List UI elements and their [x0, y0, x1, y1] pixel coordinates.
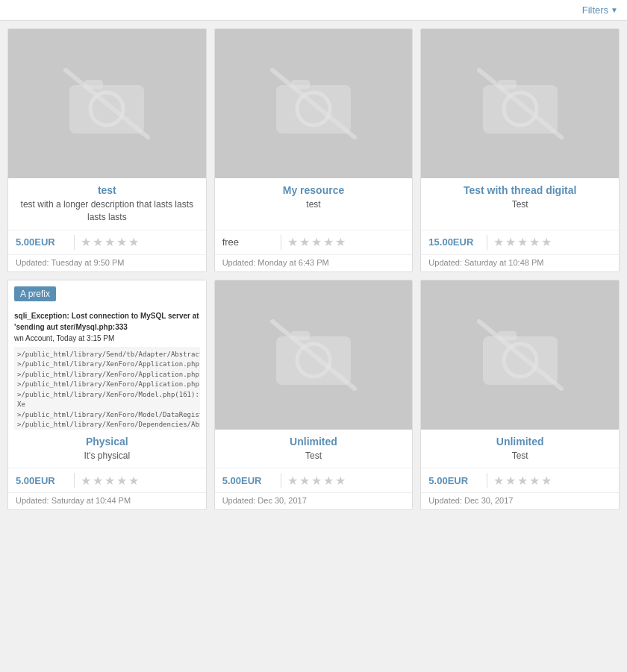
rating-stars[interactable]: ★★★★★	[493, 474, 552, 488]
filters-arrow: ▼	[611, 6, 618, 14]
card-body: PhysicalIt's physical	[8, 430, 206, 468]
card-thumbnail	[421, 280, 619, 430]
star-5[interactable]: ★	[335, 474, 346, 488]
star-3[interactable]: ★	[311, 235, 322, 249]
resource-card[interactable]: UnlimitedTest5.00EUR★★★★★Updated: Dec 30…	[214, 280, 414, 511]
card-body: testtest with a longer description that …	[8, 178, 206, 230]
card-thumbnail	[215, 29, 413, 178]
resource-card[interactable]: A prefixsqli_Exception: Lost connection …	[7, 280, 207, 511]
card-description: Test	[428, 450, 611, 462]
star-1[interactable]: ★	[287, 474, 298, 488]
star-1[interactable]: ★	[287, 235, 298, 249]
star-5[interactable]: ★	[128, 235, 139, 249]
screenshot-content: sqli_Exception: Lost connection to MySQL…	[8, 307, 206, 430]
card-price: 5.00EUR	[222, 475, 275, 486]
card-updated: Updated: Dec 30, 2017	[215, 492, 413, 509]
star-3[interactable]: ★	[517, 235, 528, 249]
resource-grid: testtest with a longer description that …	[0, 21, 627, 518]
card-description: test	[222, 198, 405, 211]
star-3[interactable]: ★	[517, 474, 528, 488]
star-2[interactable]: ★	[505, 235, 516, 249]
card-meta: 5.00EUR★★★★★	[215, 468, 413, 492]
star-2[interactable]: ★	[299, 474, 310, 488]
resource-card[interactable]: My resourcetestfree★★★★★Updated: Monday …	[214, 28, 414, 272]
resource-card[interactable]: testtest with a longer description that …	[7, 28, 207, 272]
card-body: My resourcetest	[215, 178, 413, 230]
no-image-icon	[475, 66, 565, 141]
card-price: 5.00EUR	[16, 236, 68, 248]
star-4[interactable]: ★	[529, 235, 540, 249]
card-updated: Updated: Dec 30, 2017	[421, 492, 619, 509]
divider	[74, 235, 75, 250]
divider	[74, 473, 75, 488]
card-title[interactable]: test	[16, 184, 199, 196]
star-2[interactable]: ★	[299, 235, 310, 249]
rating-stars[interactable]: ★★★★★	[287, 235, 346, 249]
card-price: 15.00EUR	[428, 236, 481, 248]
star-1[interactable]: ★	[493, 235, 504, 249]
star-4[interactable]: ★	[116, 474, 127, 488]
card-price: 5.00EUR	[428, 475, 481, 486]
divider	[281, 473, 281, 488]
star-3[interactable]: ★	[104, 474, 115, 488]
star-1[interactable]: ★	[493, 474, 504, 488]
star-3[interactable]: ★	[311, 474, 322, 488]
card-thumbnail	[421, 29, 619, 178]
rating-stars[interactable]: ★★★★★	[81, 474, 139, 488]
filters-button[interactable]: Filters ▼	[582, 4, 618, 16]
card-body: Test with thread digitalTest	[421, 178, 619, 230]
card-description: It's physical	[16, 450, 199, 462]
star-4[interactable]: ★	[323, 474, 334, 488]
card-title[interactable]: Unlimited	[428, 436, 611, 448]
star-3[interactable]: ★	[104, 235, 115, 249]
resource-card[interactable]: UnlimitedTest5.00EUR★★★★★Updated: Dec 30…	[420, 280, 620, 511]
divider	[281, 235, 281, 250]
card-thumbnail	[215, 280, 413, 430]
star-2[interactable]: ★	[93, 474, 103, 488]
star-2[interactable]: ★	[93, 235, 103, 249]
star-4[interactable]: ★	[529, 474, 540, 488]
card-thumbnail	[8, 29, 206, 178]
card-meta: 5.00EUR★★★★★	[8, 468, 206, 492]
filters-label: Filters	[582, 4, 608, 16]
card-title[interactable]: Physical	[16, 436, 199, 448]
star-5[interactable]: ★	[541, 474, 552, 488]
card-updated: Updated: Monday at 6:43 PM	[215, 254, 413, 271]
star-4[interactable]: ★	[116, 235, 127, 249]
card-meta: free★★★★★	[215, 230, 413, 254]
star-2[interactable]: ★	[505, 474, 516, 488]
card-updated: Updated: Saturday at 10:48 PM	[421, 254, 619, 271]
star-5[interactable]: ★	[128, 474, 139, 488]
card-thumbnail-screenshot: A prefixsqli_Exception: Lost connection …	[8, 280, 206, 430]
card-title[interactable]: Test with thread digital	[428, 184, 611, 196]
card-body: UnlimitedTest	[215, 430, 413, 468]
card-updated: Updated: Saturday at 10:44 PM	[8, 492, 206, 509]
rating-stars[interactable]: ★★★★★	[81, 235, 139, 249]
divider	[487, 473, 487, 488]
card-price: free	[222, 236, 275, 248]
card-description: Test	[428, 198, 611, 211]
top-bar: Filters ▼	[0, 0, 627, 21]
rating-stars[interactable]: ★★★★★	[287, 474, 346, 488]
star-5[interactable]: ★	[541, 235, 552, 249]
star-4[interactable]: ★	[323, 235, 334, 249]
star-1[interactable]: ★	[81, 235, 91, 249]
divider	[487, 235, 487, 250]
card-body: UnlimitedTest	[421, 430, 619, 468]
card-meta: 5.00EUR★★★★★	[421, 468, 619, 492]
resource-card[interactable]: Test with thread digitalTest15.00EUR★★★★…	[420, 28, 620, 272]
prefix-badge: A prefix	[14, 286, 56, 301]
card-title[interactable]: Unlimited	[222, 436, 405, 448]
card-title[interactable]: My resource	[222, 184, 405, 196]
star-1[interactable]: ★	[81, 474, 91, 488]
no-image-icon	[62, 66, 152, 141]
card-meta: 5.00EUR★★★★★	[8, 230, 206, 254]
rating-stars[interactable]: ★★★★★	[493, 235, 552, 249]
card-updated: Updated: Tuesday at 9:50 PM	[8, 254, 206, 271]
no-image-icon	[475, 318, 565, 392]
no-image-icon	[269, 318, 358, 392]
card-meta: 15.00EUR★★★★★	[421, 230, 619, 254]
no-image-icon	[269, 66, 358, 141]
card-description: test with a longer description that last…	[16, 198, 199, 224]
star-5[interactable]: ★	[335, 235, 346, 249]
